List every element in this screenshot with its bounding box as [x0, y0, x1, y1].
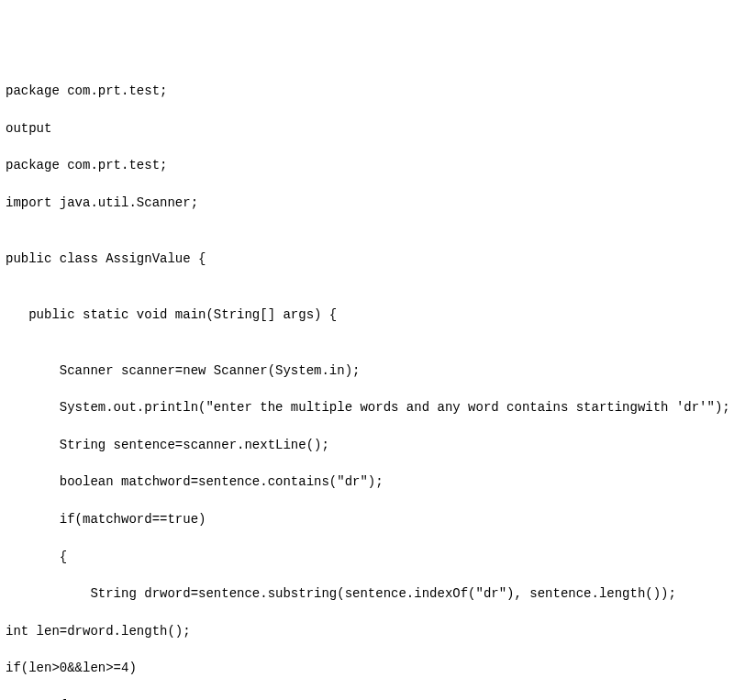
code-line: boolean matchword=sentence.contains("dr"… [6, 472, 728, 491]
code-line: if(len>0&&len>=4) [6, 659, 728, 677]
code-line: String drword=sentence.substring(sentenc… [6, 584, 728, 603]
code-line: package com.prt.test; [6, 156, 728, 174]
code-line: int len=drword.length(); [6, 622, 728, 640]
code-line: Scanner scanner=new Scanner(System.in); [6, 361, 728, 380]
code-line: String sentence=scanner.nextLine(); [6, 436, 728, 454]
code-line: if(matchword==true) [6, 510, 728, 528]
code-line: import java.util.Scanner; [6, 194, 728, 212]
code-line: output [6, 119, 728, 138]
code-line: System.out.println("enter the multiple w… [6, 398, 728, 417]
code-line: { [6, 548, 728, 566]
code-line: public class AssignValue { [6, 250, 728, 268]
code-line: package com.prt.test; [6, 82, 728, 100]
code-line: public static void main(String[] args) { [6, 306, 728, 324]
code-line: { [6, 696, 728, 700]
